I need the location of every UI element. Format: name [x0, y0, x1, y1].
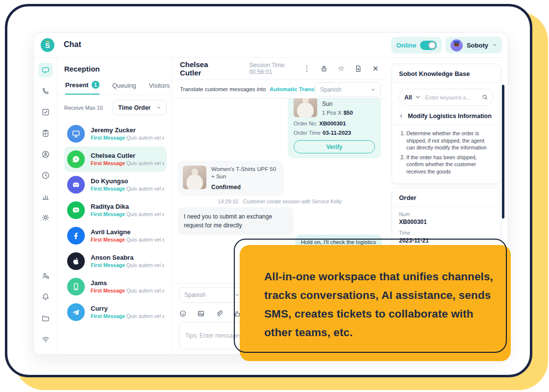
- sort-order-select[interactable]: Time Order: [113, 100, 167, 115]
- sobot-logo: S: [41, 38, 54, 52]
- verify-button[interactable]: Verify: [294, 140, 375, 153]
- nav-files-icon[interactable]: [38, 311, 53, 325]
- session-time: Session Time 00:56:01: [249, 62, 296, 75]
- channel-webchat-icon: [67, 125, 85, 143]
- channel-facebook-icon: [67, 227, 85, 245]
- product-name: Sun: [322, 100, 353, 107]
- contact-row-chelsea-cutler[interactable]: Chelsea Cutler First Message Quis autem …: [64, 147, 167, 172]
- order-status: Confirmed: [211, 184, 279, 191]
- chevron-left-icon: [399, 114, 404, 119]
- present-count-badge: 1: [92, 81, 100, 89]
- add-document-icon[interactable]: [354, 64, 363, 73]
- chevron-down-icon: [156, 105, 161, 110]
- search-icon[interactable]: [482, 94, 488, 100]
- callout-text: All-in-one workspace that unifies channe…: [264, 268, 500, 342]
- chevron-down-icon: [371, 87, 375, 92]
- online-toggle[interactable]: [420, 41, 437, 50]
- more-options-icon[interactable]: ⋮: [302, 64, 311, 73]
- channel-telegram-icon: [67, 303, 85, 321]
- user-menu[interactable]: Soboty: [446, 37, 502, 53]
- kb-filter-select[interactable]: All: [404, 94, 412, 101]
- page: S Chat Online Soboty: [0, 0, 549, 392]
- tab-present[interactable]: Present 1: [65, 81, 100, 95]
- lock-icon[interactable]: [320, 64, 328, 73]
- nav-analytics-icon[interactable]: [38, 189, 53, 204]
- logo-letter: S: [45, 41, 50, 49]
- page-title: Chat: [64, 40, 81, 49]
- online-status-pill: Online: [391, 37, 441, 53]
- contact-row-curry[interactable]: Curry First Message Quis autem vel eum i…: [64, 299, 167, 325]
- kb-title: Sobot Knowledge Base: [399, 70, 494, 82]
- nav-chat-icon[interactable]: [38, 63, 53, 77]
- kb-step: If the order has been shipped, confirm w…: [406, 154, 494, 175]
- svg-text:LINE: LINE: [74, 209, 78, 211]
- kb-search-bar: All: [399, 89, 494, 106]
- translate-bar: Translate customer messages into Automat…: [172, 80, 388, 98]
- customer-message-bubble: I need you to submit an exchange request…: [178, 207, 294, 235]
- receive-max-label: Receive Max 10: [64, 105, 103, 111]
- kb-article-header[interactable]: Modify Logistics Information: [399, 113, 494, 120]
- nav-history-icon[interactable]: [38, 168, 53, 183]
- nav-notes-icon[interactable]: [38, 126, 53, 141]
- channel-mobile-icon: [67, 278, 85, 295]
- channel-apple-icon: [67, 252, 85, 270]
- emoji-icon[interactable]: [179, 310, 187, 318]
- star-icon[interactable]: ☆: [337, 64, 346, 73]
- order-title: Order: [399, 194, 494, 206]
- nav-notifications-icon[interactable]: [38, 290, 53, 304]
- channel-whatsapp-icon: [67, 150, 85, 168]
- contact-list: Jeremy Zucker First Message Quis autem v…: [64, 121, 167, 325]
- product-photo: [294, 98, 317, 117]
- kb-search-input[interactable]: [424, 94, 479, 101]
- product-message: Women's T-Shirts UPF 50 + Sun Confirmed: [178, 161, 284, 196]
- scrollbar[interactable]: [502, 85, 504, 219]
- attachment-icon[interactable]: [215, 310, 223, 318]
- chevron-down-icon: [492, 43, 497, 48]
- translate-language-select[interactable]: Spanish: [315, 82, 381, 97]
- chat-header: Chelsea Cutler Session Time 00:56:01 ⋮ ☆…: [172, 58, 388, 80]
- app-header: S Chat Online Soboty: [34, 33, 508, 58]
- translate-label: Translate customer messages into: [180, 86, 266, 92]
- tab-visitors[interactable]: Visitors: [149, 81, 170, 95]
- channel-discord-icon: [67, 176, 85, 194]
- kb-steps-list: Determine whether the order is shipped, …: [399, 130, 494, 175]
- close-icon[interactable]: ✕: [371, 64, 380, 73]
- contact-row-jams[interactable]: Jams First Message Quis autem vel eum iu…: [64, 274, 167, 299]
- reception-title: Reception: [64, 65, 167, 73]
- user-avatar: [450, 39, 463, 51]
- chevron-down-icon: [415, 94, 421, 100]
- contact-row-anson-seabra[interactable]: Anson Seabra First Message Quis autem ve…: [64, 248, 167, 274]
- nav-phone-icon[interactable]: [38, 84, 53, 98]
- system-message: 14:29:10Customer create session with Ser…: [172, 198, 388, 204]
- kb-step: Determine whether the order is shipped, …: [406, 130, 494, 151]
- nav-visitor-search-icon[interactable]: [38, 269, 53, 283]
- reception-tabs: Present 1 Queuing Visitors: [64, 81, 167, 95]
- nav-rail: [34, 58, 57, 354]
- order-message-card: Sun 1 Pcs X$50 Order No:XB000301 Order T…: [288, 98, 381, 158]
- divider: [57, 95, 172, 95]
- chat-contact-name: Chelsea Cutler: [180, 60, 220, 77]
- chevron-down-icon: [235, 293, 240, 297]
- image-icon[interactable]: [197, 310, 205, 318]
- knowledge-base-card: Sobot Knowledge Base All Modify Logistic…: [392, 64, 501, 184]
- product-photo: [183, 166, 206, 189]
- contact-row-raditya-dika[interactable]: LINE Raditya Dika First Message Quis aut…: [64, 197, 167, 223]
- online-label: Online: [396, 42, 416, 49]
- reception-panel: Reception Present 1 Queuing Visitors Rec…: [57, 58, 172, 354]
- nav-network-icon[interactable]: [38, 332, 53, 346]
- reply-language-select[interactable]: Spanish: [179, 287, 245, 303]
- contact-row-avril-lavigne[interactable]: Avril Lavigne First Message Quis autem v…: [64, 223, 167, 248]
- user-name: Soboty: [467, 42, 488, 49]
- nav-agent-icon[interactable]: [38, 147, 53, 162]
- tab-queuing[interactable]: Queuing: [112, 81, 136, 95]
- feature-callout: All-in-one workspace that unifies channe…: [240, 245, 511, 361]
- contact-row-jeremy-zucker[interactable]: Jeremy Zucker First Message Quis autem v…: [64, 121, 167, 147]
- contact-row-do-kyungso[interactable]: Do Kyungso First Message Quis autem vel …: [64, 172, 167, 197]
- channel-line-icon: LINE: [67, 201, 85, 219]
- header-right: Online Soboty: [391, 37, 502, 53]
- nav-tasks-icon[interactable]: [38, 105, 53, 120]
- nav-settings-icon[interactable]: [38, 210, 53, 225]
